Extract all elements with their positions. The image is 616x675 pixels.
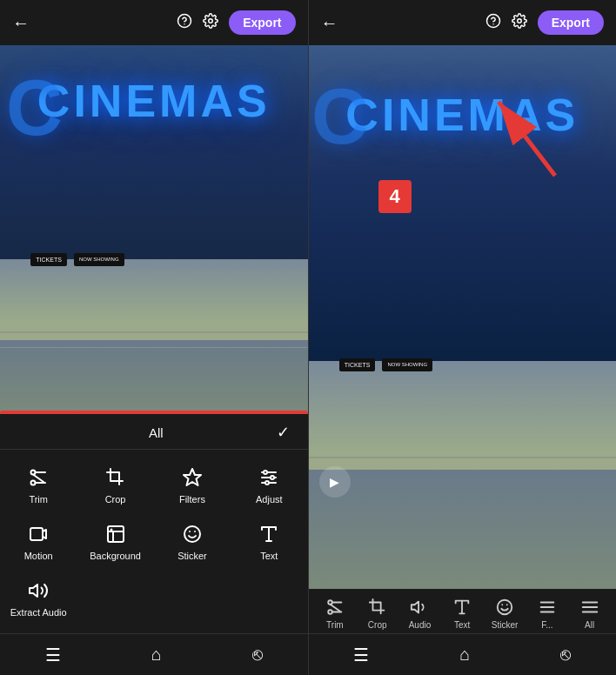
toolbar-sticker-icon [495, 598, 514, 617]
toolbar-trim-icon [325, 598, 345, 617]
tickets-sign: TICKETS [30, 253, 67, 266]
svg-point-2 [209, 18, 213, 23]
left-nav-back-icon[interactable]: ⎋ [252, 645, 263, 665]
right-c-letter: C [311, 72, 368, 162]
left-help-button[interactable] [177, 13, 192, 33]
toolbar-crop-icon [368, 598, 387, 617]
svg-rect-16 [108, 526, 124, 542]
tool-sticker[interactable]: Sticker [154, 513, 231, 570]
tool-trim[interactable]: Trim [0, 457, 77, 513]
tool-crop[interactable]: Crop [77, 457, 153, 513]
text-label: Text [260, 551, 278, 561]
tool-text[interactable]: Text [231, 513, 307, 570]
svg-point-18 [184, 526, 200, 542]
toolbar-text[interactable]: Text [444, 598, 480, 630]
right-help-button[interactable] [485, 13, 501, 33]
left-panel: ← Export [0, 0, 308, 675]
toolbar-sticker[interactable]: Sticker [486, 598, 523, 630]
left-back-button[interactable]: ← [12, 13, 30, 33]
svg-marker-23 [30, 585, 37, 597]
red-arrow [485, 93, 564, 184]
filters-icon [180, 465, 204, 490]
toolbar-all-icon [580, 598, 599, 617]
right-now-showing-sign: NOW SHOWING [382, 358, 432, 371]
right-nav-back-icon[interactable]: ⎋ [560, 645, 571, 665]
right-bottom-nav: ☰ ⌂ ⎋ [309, 633, 617, 675]
toolbar-text-label: Text [454, 620, 470, 630]
svg-line-28 [499, 102, 555, 176]
toolbar-all[interactable]: All [572, 598, 608, 630]
right-top-bar-left: ← [321, 13, 338, 33]
right-settings-button[interactable] [512, 13, 527, 33]
right-bottom-toolbar: Trim Crop [309, 589, 617, 633]
tools-grid: Trim Crop Filters [0, 450, 308, 633]
left-export-button[interactable]: Export [229, 10, 295, 35]
right-back-button[interactable]: ← [321, 13, 338, 33]
right-tickets-sign: TICKETS [339, 358, 376, 371]
extract-audio-icon [26, 578, 50, 603]
toolbar-crop[interactable]: Crop [359, 598, 396, 630]
toolbar-crop-label: Crop [368, 620, 387, 630]
toolbar-filters-label: F... [541, 620, 552, 630]
left-top-bar-left: ← [12, 13, 30, 33]
tools-header-title: All [149, 425, 164, 440]
right-nav-home-icon[interactable]: ⌂ [459, 645, 470, 665]
toolbar-audio[interactable]: Audio [401, 598, 438, 630]
tool-adjust[interactable]: Adjust [231, 457, 307, 513]
tool-filters[interactable]: Filters [154, 457, 231, 513]
svg-point-13 [271, 476, 274, 479]
trim-label: Trim [29, 494, 48, 505]
right-play-button[interactable]: ▶ [319, 466, 351, 498]
tool-background[interactable]: Background [77, 513, 153, 570]
background-label: Background [90, 551, 141, 561]
extract-audio-label: Extract Audio [10, 607, 67, 618]
svg-point-26 [517, 18, 521, 23]
tool-extract-audio[interactable]: Extract Audio [0, 570, 77, 626]
tools-header: All ✓ [0, 414, 308, 450]
motion-icon [26, 522, 50, 546]
sticker-label: Sticker [177, 551, 207, 561]
background-icon [104, 522, 128, 546]
toolbar-filters-icon [538, 598, 557, 617]
right-toolbar-items: Trim Crop [312, 598, 613, 630]
svg-marker-8 [184, 469, 201, 485]
text-icon [257, 522, 281, 546]
right-play-button-container: ▶ [319, 466, 351, 498]
toolbar-text-icon [452, 598, 472, 617]
left-c-letter: C [6, 63, 63, 153]
svg-marker-34 [412, 602, 418, 613]
crop-icon [104, 465, 128, 490]
left-video-preview: CINEMAS C TICKETS NOW SHOWING 3 [0, 45, 308, 414]
right-nav-menu-icon[interactable]: ☰ [353, 645, 369, 665]
right-export-button[interactable]: Export [538, 10, 604, 35]
tools-check-icon[interactable]: ✓ [277, 423, 290, 442]
toolbar-filters[interactable]: F... [529, 598, 566, 630]
tools-red-border [0, 411, 308, 414]
left-nav-home-icon[interactable]: ⌂ [151, 645, 162, 665]
right-panel: ← Export [309, 0, 617, 675]
toolbar-audio-icon [410, 598, 429, 617]
toolbar-trim[interactable]: Trim [317, 598, 353, 630]
sticker-icon [180, 522, 204, 546]
left-settings-button[interactable] [203, 13, 218, 33]
svg-point-37 [498, 600, 512, 615]
right-cinema-scene: CINEMAS C TICKETS NOW SHOWING 4 [309, 45, 617, 589]
toolbar-all-label: All [585, 620, 594, 630]
svg-rect-15 [30, 528, 43, 540]
right-top-bar-right: Export [485, 10, 604, 35]
toolbar-audio-label: Audio [409, 620, 432, 630]
left-cinema-scene: CINEMAS C TICKETS NOW SHOWING [0, 45, 308, 414]
toolbar-trim-label: Trim [326, 620, 344, 630]
adjust-label: Adjust [256, 494, 283, 505]
right-top-bar: ← Export [309, 0, 617, 45]
toolbar-sticker-label: Sticker [492, 620, 519, 630]
step-4-badge: 4 [378, 180, 412, 213]
left-nav-menu-icon[interactable]: ☰ [45, 645, 61, 665]
svg-point-12 [264, 471, 267, 474]
trim-icon [26, 465, 50, 490]
tool-motion[interactable]: Motion [0, 513, 77, 570]
right-video-preview: CINEMAS C TICKETS NOW SHOWING 4 [309, 45, 617, 589]
left-top-bar: ← Export [0, 0, 308, 45]
now-showing-sign: NOW SHOWING [74, 253, 124, 266]
left-bottom-nav: ☰ ⌂ ⎋ [0, 633, 308, 675]
